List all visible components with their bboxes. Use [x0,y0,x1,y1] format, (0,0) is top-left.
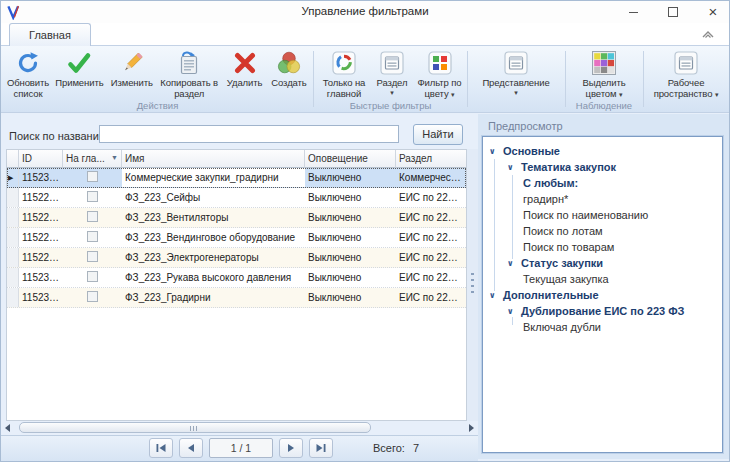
highlight-color-button[interactable]: Выделить цветом ▾ [574,50,634,99]
close-button[interactable]: × [699,3,727,21]
edit-button[interactable]: Изменить [108,50,156,89]
color-filter-icon [427,50,453,76]
chevron-down-icon[interactable]: ∨ [489,144,503,160]
delete-button[interactable]: Удалить [223,50,267,89]
refresh-list-button[interactable]: Обновить список [5,50,51,99]
filter-caret-icon[interactable]: ▼ [111,154,118,167]
page-indicator[interactable]: 1 / 1 [209,438,273,458]
panel-splitter[interactable] [467,149,478,421]
header-on-main[interactable]: На гла... ▼ [63,150,122,168]
table-row[interactable]: 1152337ФЗ_223_ГрадирниВыключеноЕИС по 22… [7,288,466,308]
preview-tree-item: Поиск по лотам [483,223,722,239]
copy-to-section-button[interactable]: Копировать в раздел [157,50,221,99]
horizontal-scrollbar[interactable] [3,422,476,434]
preview-tree: ∨Основные∨Тематика закупокС любым:градир… [483,137,722,453]
cell-section: ЕИС по 223 ФЗ [396,248,466,267]
preview-tree-item[interactable]: ∨Тематика закупок [483,159,722,175]
preview-tree-item[interactable]: ∨Основные [483,143,722,159]
preview-panel-title: Предпросмотр [488,120,563,132]
cell-on-main [63,208,122,227]
pager-bar: 1 / 1 Всего:7 [1,435,478,461]
find-button[interactable]: Найти [413,124,463,145]
only-main-button[interactable]: Только на главной [317,50,371,99]
table-row[interactable]: 1152292ФЗ_223_ЭлектрогенераторыВыключено… [7,248,466,268]
first-page-button[interactable] [149,438,173,458]
chevron-down-icon: ▾ [451,91,454,98]
cell-alert: Выключено [305,208,396,227]
cell-alert: Выключено [305,168,396,187]
row-checkbox[interactable] [87,291,98,302]
scroll-right-icon[interactable] [466,423,476,433]
tree-item-label: Текущая закупка [523,273,609,285]
table-header: ID На гла... ▼ Имя Оповещение Раздел [7,150,466,168]
filter-by-color-button[interactable]: Фильтр по цвету ▾ [413,50,466,99]
scroll-left-icon[interactable] [3,423,13,433]
filter-management-window: Управление фильтрами × Главная Обновить [0,0,730,462]
table-row[interactable]: 1152263ФЗ_223_ВентиляторыВыключеноЕИС по… [7,208,466,228]
tab-row: Главная [1,23,729,46]
apply-button[interactable]: Применить [52,50,106,89]
create-button[interactable]: Создать [268,50,310,89]
cell-on-main [63,268,122,287]
prev-page-button[interactable] [179,438,203,458]
preview-tree-item[interactable]: ∨Дублирование ЕИС по 223 ФЗ [483,303,722,319]
preview-tree-item[interactable]: ∨Дополнительные [483,287,722,303]
last-page-button[interactable] [309,438,333,458]
row-checkbox[interactable] [87,271,98,282]
next-page-button[interactable] [279,438,303,458]
table-row[interactable]: 1152256ФЗ_223_СейфыВыключеноЕИС по 223 Ф… [7,188,466,208]
table-row[interactable]: 1152333ФЗ_223_Рукава высокого давленияВы… [7,268,466,288]
search-input[interactable] [99,125,399,143]
view-button[interactable]: Представление ▾ [472,50,560,97]
cell-id: 1152337 [19,288,63,307]
header-id[interactable]: ID [19,150,63,168]
cell-id: 1152292 [19,248,63,267]
row-checkbox[interactable] [87,211,98,222]
header-name[interactable]: Имя [122,150,305,168]
scrollbar-thumb[interactable] [19,422,371,433]
table-row[interactable]: 1152267ФЗ_223_Вендинговое оборудованиеВы… [7,228,466,248]
table-body: ▶1152338Коммерческие закупки_градирниВык… [7,168,466,308]
tree-item-label: Поиск по лотам [523,225,603,237]
tree-item-label: Включая дубли [523,321,601,333]
ribbon-group-quick-filters: Только на главной Раздел ▾ [315,46,466,112]
chevron-down-icon[interactable]: ∨ [507,160,521,176]
chevron-down-icon[interactable]: ∨ [507,256,521,272]
row-marker [7,228,19,247]
cell-name: ФЗ_223_Вентиляторы [122,208,305,227]
row-marker [7,208,19,227]
pencil-icon [119,50,145,76]
cell-alert: Выключено [305,268,396,287]
section-window-icon [379,50,405,76]
cell-id: 1152256 [19,188,63,207]
workspace-button[interactable]: Рабочее пространство ▾ [646,50,726,99]
selected-row-arrow-icon: ▶ [8,174,13,181]
tree-item-label: С любым: [523,177,578,189]
cell-id: 1152338 [19,168,63,187]
minimize-button[interactable] [619,3,647,21]
cell-name: ФЗ_223_Вендинговое оборудование [122,228,305,247]
header-section[interactable]: Раздел [396,150,466,168]
preview-tree-item[interactable]: ∨Статус закупки [483,255,722,271]
last-page-icon [315,443,327,453]
tree-item-label: Тематика закупок [521,161,616,173]
cell-alert: Выключено [305,228,396,247]
ribbon-collapse-icon[interactable] [701,29,715,39]
table-row[interactable]: ▶1152338Коммерческие закупки_градирниВык… [7,168,466,188]
row-checkbox[interactable] [87,231,98,242]
row-checkbox[interactable] [87,171,98,182]
tree-item-label: Поиск по товарам [523,241,614,253]
cell-name: Коммерческие закупки_градирни [122,168,305,187]
tree-item-label: Основные [503,145,560,157]
chevron-down-icon[interactable]: ∨ [507,304,521,320]
header-alert[interactable]: Оповещение [305,150,396,168]
maximize-button[interactable] [659,3,687,21]
preview-tree-item: Включая дубли [483,319,722,335]
chevron-down-icon[interactable]: ∨ [489,288,503,304]
next-page-icon [285,443,297,453]
row-checkbox[interactable] [87,251,98,262]
section-button[interactable]: Раздел ▾ [371,50,413,97]
tab-home[interactable]: Главная [9,23,91,46]
row-checkbox[interactable] [87,191,98,202]
cell-alert: Выключено [305,188,396,207]
